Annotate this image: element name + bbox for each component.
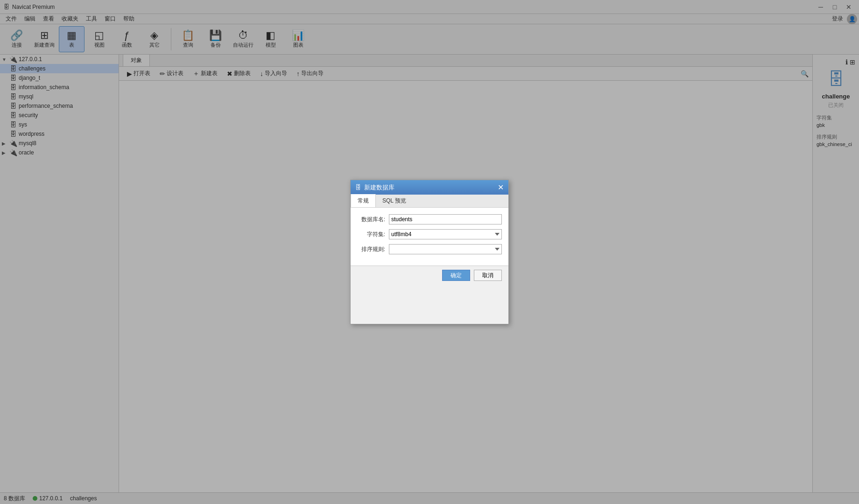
charset-form-label: 字符集: — [357, 231, 385, 238]
db-name-row: 数据库名: — [357, 214, 502, 224]
collation-form-label: 排序规则: — [357, 245, 385, 253]
confirm-button[interactable]: 确定 — [442, 270, 470, 281]
db-name-input[interactable] — [389, 214, 502, 224]
dialog-title-bar: 🗄 新建数据库 ✕ — [351, 180, 508, 195]
dialog-tab-bar: 常规 SQL 预览 — [351, 195, 508, 208]
charset-select[interactable]: utf8mb4 utf8 gbk latin1 — [389, 229, 502, 239]
dialog-title-left: 🗄 新建数据库 — [355, 183, 394, 192]
collation-row: 排序规则: utf8mb4_general_ci utf8mb4_unicode… — [357, 244, 502, 254]
charset-row: 字符集: utf8mb4 utf8 gbk latin1 — [357, 229, 502, 239]
dialog-title-icon: 🗄 — [355, 184, 361, 191]
dialog-overlay: 🗄 新建数据库 ✕ 常规 SQL 预览 数据库名: 字符集: utf8mb4 u… — [0, 0, 859, 504]
cancel-button[interactable]: 取消 — [474, 270, 502, 281]
dialog-body: 数据库名: 字符集: utf8mb4 utf8 gbk latin1 排序规则:… — [351, 208, 508, 266]
dialog-tab-sql-preview[interactable]: SQL 预览 — [376, 195, 413, 207]
db-name-label: 数据库名: — [357, 216, 385, 224]
collation-select[interactable]: utf8mb4_general_ci utf8mb4_unicode_ci — [389, 244, 502, 254]
dialog-tab-general[interactable]: 常规 — [351, 194, 376, 207]
new-database-dialog: 🗄 新建数据库 ✕ 常规 SQL 预览 数据库名: 字符集: utf8mb4 u… — [350, 180, 509, 324]
dialog-close-button[interactable]: ✕ — [498, 183, 504, 192]
dialog-footer: 确定 取消 — [351, 266, 508, 285]
dialog-title-text: 新建数据库 — [364, 183, 394, 192]
